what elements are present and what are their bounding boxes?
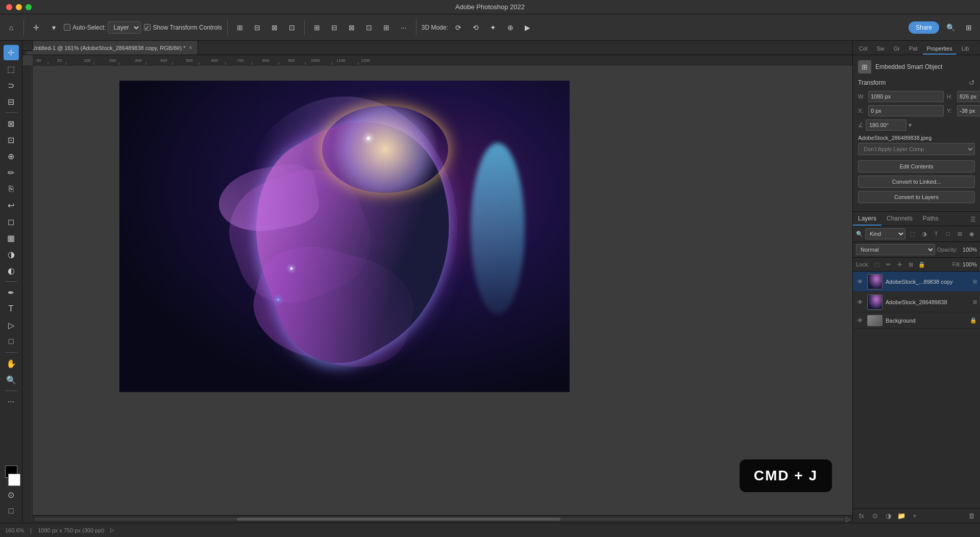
fx-button[interactable]: fx — [856, 510, 867, 522]
angle-dropdown-icon[interactable]: ▾ — [909, 121, 912, 129]
fullscreen-button[interactable] — [26, 4, 32, 10]
more-tools-icon[interactable]: ··· — [4, 394, 19, 409]
new-layer-icon[interactable]: + — [909, 510, 920, 522]
align-center-icon[interactable]: ⊟ — [250, 20, 264, 35]
align-right-icon[interactable]: ⊠ — [267, 20, 282, 35]
search-icon[interactable]: 🔍 — [943, 20, 958, 35]
pixel-filter-icon[interactable]: ⬚ — [908, 229, 918, 239]
h-scroll-track[interactable] — [35, 518, 844, 521]
x-input[interactable] — [868, 105, 944, 116]
tab-close-button[interactable]: ✕ — [188, 45, 192, 51]
dodge-tool[interactable]: ◐ — [4, 263, 19, 278]
gradient-tool[interactable]: ▦ — [4, 230, 19, 246]
layer-visibility-0[interactable]: 👁 — [856, 278, 864, 286]
status-arrow[interactable]: ▷ — [110, 527, 114, 533]
layers-list[interactable]: 👁 AdobeStock_...89838 copy ⊞ 👁 AdobeStoc… — [853, 272, 980, 508]
selection-tool[interactable]: ⬚ — [4, 61, 19, 77]
path-selection-tool[interactable]: ▷ — [4, 318, 19, 333]
hand-tool[interactable]: ✋ — [4, 356, 19, 371]
share-button[interactable]: Share — [909, 21, 939, 34]
object-selection-tool[interactable]: ⊟ — [4, 94, 19, 109]
home-icon[interactable]: ⌂ — [4, 20, 18, 35]
workspace-icon[interactable]: ⊞ — [962, 20, 976, 35]
more-options-icon[interactable]: ··· — [397, 20, 411, 35]
smart-filter-icon[interactable]: ⊞ — [954, 229, 965, 239]
edit-contents-button[interactable]: Edit Contents — [858, 160, 975, 173]
paths-tab[interactable]: Paths — [918, 212, 944, 226]
y-input[interactable] — [957, 105, 980, 116]
brush-tool[interactable]: ✏ — [4, 165, 19, 180]
traffic-lights[interactable] — [6, 4, 32, 10]
auto-select-checkbox[interactable] — [64, 24, 70, 31]
adjustment-icon[interactable]: ◑ — [883, 510, 894, 522]
layer-item-0[interactable]: 👁 AdobeStock_...89838 copy ⊞ — [853, 272, 980, 292]
clone-tool[interactable]: ⎘ — [4, 181, 19, 197]
h-scroll-thumb[interactable] — [237, 518, 560, 521]
h-scrollbar[interactable]: ▷ — [33, 515, 852, 523]
tab-col[interactable]: Col — [855, 43, 872, 55]
healing-tool[interactable]: ⊕ — [4, 149, 19, 164]
threed3-icon[interactable]: ✦ — [486, 20, 500, 35]
fill-value[interactable]: 100% — [963, 261, 977, 267]
lock-artboards-icon[interactable]: ✛ — [895, 260, 904, 269]
tab-lib[interactable]: Lib — [958, 43, 973, 55]
canvas-area[interactable]: Untitled-1 @ 161% (AdobeStock_286489838 … — [22, 41, 852, 523]
background-layer[interactable]: 👁 Background 🔒 — [853, 312, 980, 329]
blur-tool[interactable]: ◑ — [4, 247, 19, 262]
lock-pixels-icon[interactable]: ⬚ — [872, 260, 881, 269]
type-filter-icon[interactable]: T — [931, 229, 941, 239]
threed4-icon[interactable]: ⊕ — [503, 20, 518, 35]
close-button[interactable] — [6, 4, 12, 10]
convert-to-layers-button[interactable]: Convert to Layers — [858, 191, 975, 203]
show-transform-checkbox[interactable]: ✓ — [144, 24, 151, 31]
width-input[interactable] — [868, 91, 944, 102]
distribute2-icon[interactable]: ⊡ — [362, 20, 376, 35]
distribute3-icon[interactable]: ⊞ — [379, 20, 394, 35]
lasso-tool[interactable]: ⊃ — [4, 78, 19, 93]
filter-toggle-icon[interactable]: ◉ — [967, 229, 977, 239]
lock-position-icon[interactable]: ✏ — [884, 260, 893, 269]
tab-sw[interactable]: Sw — [873, 43, 889, 55]
threed-icon[interactable]: ⟳ — [451, 20, 465, 35]
history-brush-tool[interactable]: ↩ — [4, 198, 19, 213]
channels-tab[interactable]: Channels — [881, 212, 918, 226]
zoom-tool[interactable]: 🔍 — [4, 372, 19, 387]
layer-select[interactable]: Layer — [108, 21, 141, 34]
blend-mode-select[interactable]: Normal — [856, 244, 935, 255]
canvas-document[interactable] — [119, 81, 570, 392]
document-tab[interactable]: Untitled-1 @ 161% (AdobeStock_286489838 … — [27, 41, 198, 55]
quick-mask-icon[interactable]: ⊙ — [4, 487, 19, 502]
move-tool[interactable]: ✛ — [4, 45, 19, 60]
adjustment-filter-icon[interactable]: ◑ — [919, 229, 929, 239]
layer-comp-select[interactable]: Don't Apply Layer Comp — [858, 143, 975, 155]
height-input[interactable] — [957, 91, 980, 102]
align-top-icon[interactable]: ⊡ — [285, 20, 299, 35]
distribute-v-icon[interactable]: ⊟ — [327, 20, 341, 35]
opacity-value[interactable]: 100% — [959, 247, 977, 253]
kind-filter-select[interactable]: Kind — [865, 228, 905, 239]
add-mask-icon[interactable]: ⊙ — [869, 510, 880, 522]
move-tool-icon[interactable]: ✛ — [29, 20, 43, 35]
eyedropper-tool[interactable]: ⊡ — [4, 132, 19, 148]
shape-filter-icon[interactable]: □ — [943, 229, 953, 239]
layer-item-1[interactable]: 👁 AdobeStock_286489838 ⊞ — [853, 292, 980, 312]
convert-to-linked-button[interactable]: Convert to Linked... — [858, 176, 975, 188]
angle-input[interactable] — [866, 119, 906, 131]
background-color[interactable] — [8, 474, 20, 486]
shape-tool[interactable]: □ — [4, 334, 19, 349]
distribute-h-icon[interactable]: ⊞ — [310, 20, 324, 35]
folder-icon[interactable]: 📁 — [896, 510, 907, 522]
threed2-icon[interactable]: ⟲ — [469, 20, 483, 35]
crop-tool[interactable]: ⊠ — [4, 116, 19, 131]
bg-visibility[interactable]: 👁 — [856, 316, 864, 325]
tab-properties[interactable]: Properties — [923, 43, 957, 55]
pen-tool[interactable]: ✒ — [4, 285, 19, 300]
minimize-button[interactable] — [16, 4, 22, 10]
screen-mode-icon[interactable]: □ — [4, 503, 19, 519]
threed5-icon[interactable]: ▶ — [521, 20, 535, 35]
type-tool[interactable]: T — [4, 301, 19, 316]
layer-visibility-1[interactable]: 👁 — [856, 298, 864, 306]
zoom-level[interactable]: 160.6% — [5, 527, 24, 533]
tab-gr[interactable]: Gr — [890, 43, 904, 55]
layers-tab[interactable]: Layers — [853, 212, 881, 226]
